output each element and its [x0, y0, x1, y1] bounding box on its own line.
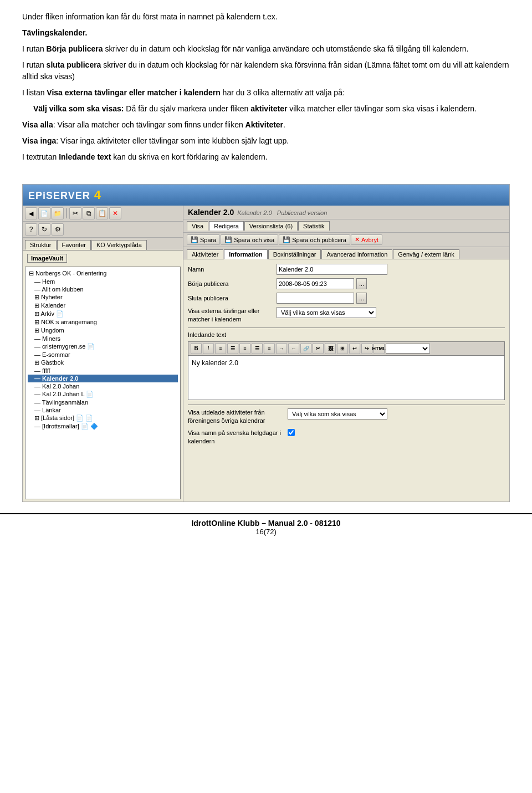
- view-tab-versionslista[interactable]: Versionslista (6): [244, 221, 298, 231]
- tab-information[interactable]: Information: [224, 249, 268, 259]
- editor-btn-table[interactable]: ⊞: [337, 343, 348, 354]
- app-subtitle: Kalender 2.0 Publicerad version: [237, 209, 327, 216]
- save-publish-icon: 💾: [283, 236, 290, 243]
- visa-select[interactable]: Välj vilka som ska visas Visa alla Visa …: [277, 307, 376, 318]
- left-toolbar-row2: ? ↻ ⚙: [23, 222, 183, 238]
- editor-btn-unlink[interactable]: ✂: [313, 343, 324, 354]
- view-tab-statistik[interactable]: Statistik: [298, 221, 330, 231]
- save-and-publish-button[interactable]: 💾 Spara och publicera: [279, 234, 350, 245]
- intro-line: Under fliken information kan får du förs…: [22, 12, 278, 21]
- toolbar-btn-new-folder[interactable]: 📁: [52, 207, 64, 219]
- editor-btn-align-right[interactable]: ≡: [264, 343, 275, 354]
- para4-prefix: I textrutan: [22, 152, 59, 161]
- editor-format-select[interactable]: [386, 344, 430, 354]
- tree-item-fffff[interactable]: — fffff: [28, 367, 178, 375]
- toolbar-btn-settings[interactable]: ⚙: [52, 223, 64, 236]
- heading-para: Tävlingskalender.: [22, 27, 510, 39]
- tree-item-nyheter[interactable]: ⊞ Nyheter: [28, 293, 178, 301]
- left-toolbar-row1: ◀ 📄 📁 ✂ ⧉ 📋 ✕: [23, 206, 183, 222]
- episerver-body: ◀ 📄 📁 ✂ ⧉ 📋 ✕ ? ↻ ⚙ Struktur Favoriter K…: [23, 206, 509, 502]
- editor-btn-undo[interactable]: ↩: [349, 343, 360, 354]
- tree-item-ungdom[interactable]: ⊞ Ungdom: [28, 326, 178, 335]
- editor-btn-outdent[interactable]: ←: [288, 343, 299, 354]
- tree-item-idrotts[interactable]: — [Idrottsmallar] 📄 🔷: [28, 422, 178, 431]
- tree-item-nok[interactable]: ⊞ NOK:s arrangemang: [28, 318, 178, 326]
- editor-btn-italic[interactable]: I: [203, 343, 214, 354]
- toolbar-btn-new-page[interactable]: 📄: [38, 207, 50, 219]
- toolbar-btn-paste[interactable]: 📋: [96, 207, 108, 219]
- tab-ko[interactable]: KO Verktygslåda: [91, 240, 147, 250]
- tree-area: ⊟ Norbergs OK - Orientering — Hem — Allt…: [25, 267, 181, 499]
- editor-btn-image[interactable]: 🖼: [325, 343, 336, 354]
- sluta-picker-button[interactable]: ...: [356, 293, 367, 304]
- utdelade-label: Visa utdelade aktiviteter från föreninge…: [188, 408, 288, 426]
- tree-item-lankar[interactable]: — Länkar: [28, 406, 178, 414]
- editor-btn-ul[interactable]: ☰: [227, 343, 238, 354]
- tree-item-esommar[interactable]: — E-sommar: [28, 351, 178, 359]
- editor-btn-redo[interactable]: ↪: [361, 343, 372, 354]
- tree-item-tavling[interactable]: — Tävlingsanmälan: [28, 398, 178, 406]
- toolbar-btn-copy[interactable]: ⧉: [83, 207, 95, 219]
- tree-item-gastbok[interactable]: ⊞ Gästbok: [28, 359, 178, 367]
- bullet2-prefix: Visa alla: [22, 120, 53, 129]
- bottom-section: Visa utdelade aktiviteter från föreninge…: [188, 405, 505, 446]
- tab-favoriter[interactable]: Favoriter: [57, 240, 91, 250]
- tree-item-kal-johan[interactable]: — Kal 2.0 Johan: [28, 382, 178, 390]
- borja-picker-button[interactable]: ...: [356, 278, 367, 289]
- editor-btn-align-left[interactable]: ≡: [239, 343, 250, 354]
- form-row-namn: Namn: [188, 264, 505, 275]
- tree-item-hem[interactable]: — Hem: [28, 278, 178, 285]
- toolbar-btn-refresh[interactable]: ↻: [38, 223, 50, 236]
- sluta-input[interactable]: [277, 293, 354, 304]
- view-tab-visa[interactable]: Visa: [187, 221, 208, 231]
- tree-item-crister[interactable]: — cristernygren.se 📄: [28, 342, 178, 351]
- tree-item-allt[interactable]: — Allt om klubben: [28, 285, 178, 293]
- tab-genvag[interactable]: Genväg / extern länk: [393, 249, 459, 259]
- svenska-checkbox[interactable]: [288, 429, 295, 436]
- tree-root[interactable]: ⊟ Norbergs OK - Orientering: [28, 269, 178, 278]
- tab-aktiviteter[interactable]: Aktiviteter: [187, 249, 223, 259]
- footer-main-text: IdrottOnline Klubb – Manual 2.0 - 081210: [0, 519, 532, 528]
- tab-boxinstallningar[interactable]: Boxinställningar: [268, 249, 321, 259]
- editor-btn-align-center[interactable]: ☰: [252, 343, 263, 354]
- view-tab-redigera[interactable]: Redigera: [209, 221, 244, 231]
- heading1: Tävlingskalender.: [22, 28, 88, 37]
- save-button[interactable]: 💾 Spara: [187, 234, 220, 245]
- tab-struktur[interactable]: Struktur: [25, 240, 57, 250]
- tree-item-kalender[interactable]: ⊞ Kalender: [28, 301, 178, 310]
- toolbar-btn-delete[interactable]: ✕: [109, 207, 121, 219]
- editor-btn-link[interactable]: 🔗: [300, 343, 311, 354]
- tree-item-arkiv[interactable]: ⊞ Arkiv 📄: [28, 310, 178, 318]
- logo-number: 4: [90, 188, 101, 202]
- toolbar-btn-cut[interactable]: ✂: [69, 207, 81, 219]
- tree-item-miners[interactable]: — Miners: [28, 335, 178, 342]
- namn-label: Namn: [188, 266, 277, 273]
- editor-btn-ol[interactable]: ≡: [215, 343, 226, 354]
- toolbar-btn-help[interactable]: ?: [25, 223, 37, 236]
- para3-suffix: har du 3 olika alternativ att välja på:: [221, 88, 345, 97]
- para4-suffix: kan du skriva en kort förklaring av kale…: [111, 152, 267, 161]
- imagevault-label: ImageVault: [27, 254, 67, 263]
- save-icon: 💾: [191, 236, 198, 243]
- editor-btn-source[interactable]: HTML: [374, 343, 385, 354]
- editor-btn-bold[interactable]: B: [191, 343, 202, 354]
- namn-input[interactable]: [277, 264, 387, 275]
- utdelade-select[interactable]: Välj vilka som ska visas: [288, 408, 387, 419]
- form-row-visa: Visa externa tävlingar eller matcher i k…: [188, 307, 505, 324]
- tree-item-kal-johanl[interactable]: — Kal 2.0 Johan L 📄: [28, 390, 178, 398]
- svenska-label: Visa namn på svenska helgdagar i kalende…: [188, 429, 288, 446]
- save-and-view-button[interactable]: 💾 Spara och visa: [221, 234, 278, 245]
- bullet3-suffix: : Visar inga aktiviteter eller tävlingar…: [56, 136, 289, 145]
- toolbar-btn-back[interactable]: ◀: [25, 207, 37, 219]
- editor-btn-indent[interactable]: →: [276, 343, 287, 354]
- tree-item-lasta[interactable]: ⊞ [Låsta sidor] 📄 📄: [28, 414, 178, 422]
- main-text-area: Under fliken information kan får du förs…: [0, 0, 532, 173]
- sluta-label: Sluta publicera: [188, 295, 277, 301]
- editor-content[interactable]: Ny kalender 2.0: [188, 356, 505, 400]
- abort-button[interactable]: ✕ Avbryt: [351, 234, 382, 245]
- tree-item-kalender2[interactable]: — Kalender 2.0: [28, 375, 178, 382]
- right-content: Namn Börja publicera ... Sluta publicera…: [183, 259, 509, 502]
- inledande-label: Inledande text: [188, 331, 226, 338]
- borja-input[interactable]: [277, 278, 354, 289]
- tab-avancerad[interactable]: Avancerad information: [321, 249, 392, 259]
